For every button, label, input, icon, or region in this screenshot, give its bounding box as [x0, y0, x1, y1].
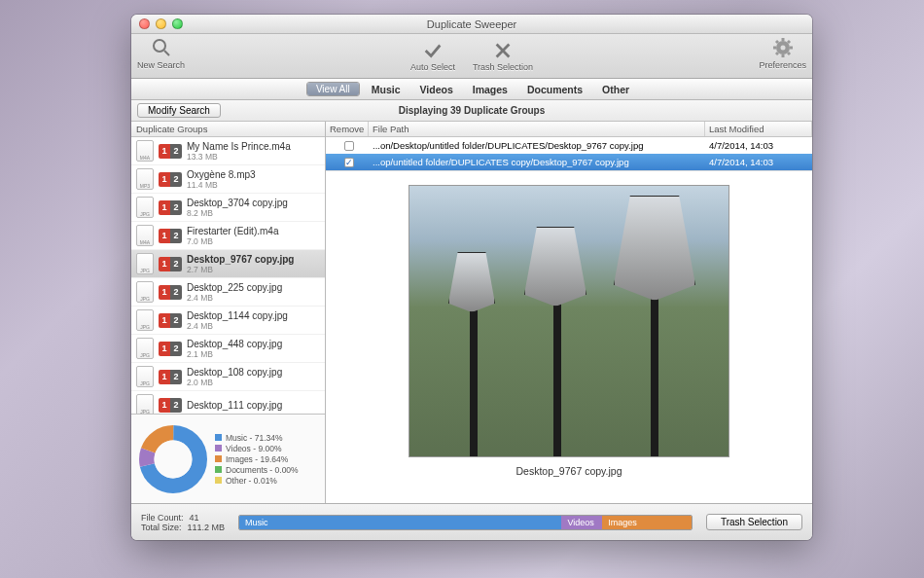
size-bar: Music Videos Images	[238, 515, 693, 530]
duplicate-group-item[interactable]: 12 Desktop_3704 copy.jpg8.2 MB	[131, 194, 325, 222]
check-icon	[422, 40, 444, 61]
preview-area: Desktop_9767 copy.jpg	[326, 170, 812, 503]
trash-selection-button[interactable]: Trash Selection	[706, 514, 802, 530]
file-icon	[136, 140, 154, 162]
file-size: 8.2 MB	[187, 208, 320, 218]
file-size: 13.3 MB	[187, 152, 320, 162]
duplicate-group-item[interactable]: 12 My Name Is Prince.m4a13.3 MB	[131, 137, 325, 165]
count-badge: 12	[159, 285, 182, 300]
search-icon	[150, 36, 173, 59]
svg-point-0	[154, 40, 165, 52]
duplicate-group-item[interactable]: 12 Desktop_108 copy.jpg2.0 MB	[131, 363, 325, 391]
tab-music[interactable]: Music	[364, 84, 409, 95]
modified-date: 4/7/2014, 14:03	[705, 140, 812, 151]
file-row[interactable]: ...op/untitled folder/DUPLICATES copy/De…	[326, 154, 812, 170]
file-size: 2.7 MB	[187, 265, 320, 274]
detail-pane: Remove File Path Last Modified ...on/Des…	[326, 122, 812, 503]
gear-icon	[771, 36, 795, 59]
svg-line-8	[776, 41, 778, 43]
svg-point-3	[780, 46, 785, 51]
file-icon	[136, 394, 154, 414]
count-badge: 12	[159, 342, 182, 356]
file-icon	[136, 225, 154, 246]
file-name: Desktop_111 copy.jpg	[187, 400, 320, 411]
count-badge: 12	[159, 313, 182, 328]
tab-other[interactable]: Other	[594, 84, 637, 95]
duplicate-group-item[interactable]: 12 Desktop_111 copy.jpg	[131, 391, 325, 414]
bar-videos: Videos	[561, 516, 602, 529]
svg-point-17	[155, 440, 193, 478]
file-name: Desktop_3704 copy.jpg	[187, 198, 320, 208]
footer-stats: File Count:41 Total Size:111.2 MB	[141, 513, 225, 532]
detail-header: Remove File Path Last Modified	[326, 122, 812, 137]
pie-chart	[139, 425, 207, 493]
modified-date: 4/7/2014, 14:03	[705, 157, 812, 167]
file-name: Desktop_225 copy.jpg	[187, 282, 320, 293]
remove-checkbox[interactable]	[344, 158, 354, 167]
footer: File Count:41 Total Size:111.2 MB Music …	[131, 503, 812, 540]
file-name: Oxygène 8.mp3	[187, 169, 320, 180]
count-badge: 12	[159, 398, 182, 413]
tab-videos[interactable]: Videos	[411, 84, 460, 95]
count-badge: 12	[159, 257, 182, 271]
file-size: 2.4 MB	[187, 293, 320, 303]
legend-item: Other - 0.01%	[215, 476, 299, 486]
trash-selection-toolbar-button[interactable]: Trash Selection	[473, 40, 533, 72]
file-name: Desktop_448 copy.jpg	[187, 339, 320, 349]
file-icon	[136, 281, 154, 303]
duplicate-group-list: 12 My Name Is Prince.m4a13.3 MB 12 Oxygè…	[131, 137, 325, 414]
file-size: 2.4 MB	[187, 321, 320, 331]
duplicate-group-item[interactable]: 12 Firestarter (Edit).m4a7.0 MB	[131, 222, 325, 250]
filter-tabs: View All Music Videos Images Documents O…	[131, 79, 812, 100]
count-badge: 12	[159, 200, 182, 215]
modify-search-button[interactable]: Modify Search	[137, 103, 221, 118]
new-search-button[interactable]: New Search	[137, 36, 185, 70]
file-name: My Name Is Prince.m4a	[187, 141, 320, 152]
bar-images: Images	[602, 516, 692, 529]
legend-item: Documents - 0.00%	[215, 465, 299, 475]
file-size: 7.0 MB	[187, 236, 320, 246]
legend-item: Images - 19.64%	[215, 454, 299, 464]
count-badge: 12	[159, 144, 182, 159]
file-name: Desktop_9767 copy.jpg	[187, 254, 320, 265]
file-icon	[136, 366, 154, 387]
breakdown-chart: Music - 71.34%Videos - 9.00%Images - 19.…	[131, 414, 325, 503]
preferences-button[interactable]: Preferences	[759, 36, 806, 70]
file-size: 11.4 MB	[187, 180, 320, 190]
svg-line-11	[776, 53, 778, 54]
duplicate-group-item[interactable]: 12 Oxygène 8.mp311.4 MB	[131, 165, 325, 194]
duplicate-group-item[interactable]: 12 Desktop_1144 copy.jpg2.4 MB	[131, 307, 325, 335]
count-badge: 12	[159, 229, 182, 243]
duplicate-group-item[interactable]: 12 Desktop_225 copy.jpg2.4 MB	[131, 278, 325, 307]
duplicate-group-item[interactable]: 12 Desktop_9767 copy.jpg2.7 MB	[131, 250, 325, 278]
count-badge: 12	[159, 172, 182, 187]
legend-item: Videos - 9.00%	[215, 444, 299, 453]
file-icon	[136, 338, 154, 359]
preview-image	[409, 185, 729, 457]
file-size: 2.1 MB	[187, 349, 320, 359]
sidebar-header: Duplicate Groups	[131, 122, 325, 137]
tab-images[interactable]: Images	[465, 84, 515, 95]
app-window: Duplicate Sweeper New Search Auto Select…	[131, 15, 812, 540]
view-all-segment[interactable]: View All	[306, 82, 360, 96]
chart-legend: Music - 71.34%Videos - 9.00%Images - 19.…	[215, 432, 299, 487]
file-row[interactable]: ...on/Desktop/untitled folder/DUPLICATES…	[326, 137, 812, 154]
file-name: Firestarter (Edit).m4a	[187, 226, 320, 236]
legend-item: Music - 71.34%	[215, 433, 299, 443]
svg-line-9	[788, 53, 790, 54]
bar-music: Music	[239, 516, 561, 529]
x-icon	[492, 40, 514, 61]
auto-select-button[interactable]: Auto Select	[410, 40, 455, 72]
file-size: 2.0 MB	[187, 378, 320, 387]
duplicate-group-item[interactable]: 12 Desktop_448 copy.jpg2.1 MB	[131, 335, 325, 363]
sidebar: Duplicate Groups 12 My Name Is Prince.m4…	[131, 122, 326, 503]
file-path: ...op/untitled folder/DUPLICATES copy/De…	[369, 157, 705, 167]
tab-documents[interactable]: Documents	[519, 84, 590, 95]
toolbar: New Search Auto Select Trash Selection P…	[131, 34, 812, 79]
svg-line-1	[164, 51, 169, 55]
titlebar: Duplicate Sweeper	[131, 15, 812, 34]
count-badge: 12	[159, 370, 182, 384]
remove-checkbox[interactable]	[344, 141, 354, 151]
file-icon	[136, 197, 154, 218]
file-icon	[136, 309, 154, 331]
